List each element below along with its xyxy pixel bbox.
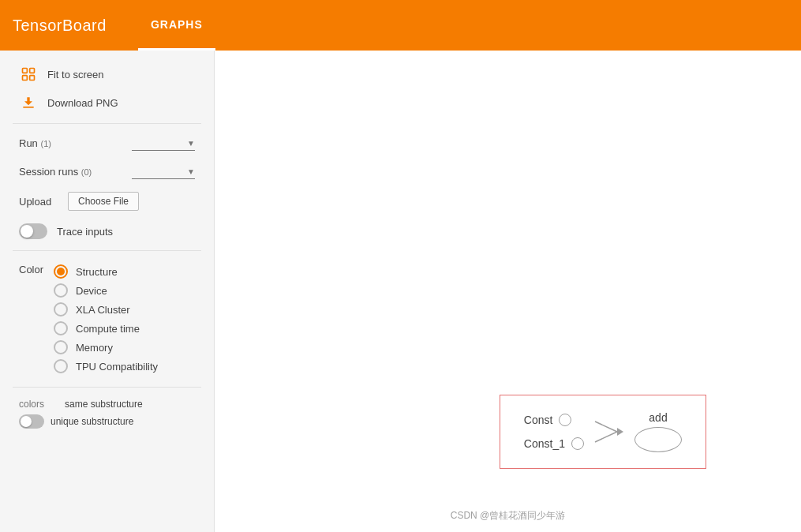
session-runs-field: Session runs (0) ▼	[13, 159, 201, 184]
radio-memory	[54, 340, 68, 354]
color-section: Color Structure Device XLA Cluster	[13, 257, 201, 380]
radio-inner-structure	[57, 268, 65, 275]
connector-svg	[593, 412, 625, 451]
run-select[interactable]	[132, 135, 195, 151]
color-memory-label: Memory	[76, 342, 113, 354]
download-icon	[19, 93, 38, 112]
radio-structure	[54, 264, 68, 279]
choose-file-button[interactable]: Choose File	[68, 192, 139, 211]
trace-inputs-toggle[interactable]	[19, 223, 47, 239]
unique-substructure-toggle[interactable]	[19, 414, 44, 429]
node1-circle	[559, 414, 571, 426]
color-options-list: Structure Device XLA Cluster Compute tim…	[54, 262, 158, 376]
color-option-tpu[interactable]: TPU Compatibility	[54, 357, 158, 376]
session-runs-count: (0)	[81, 167, 92, 177]
run-count: (1)	[40, 139, 51, 148]
app-title: TensorBoard	[13, 17, 107, 35]
color-xla-label: XLA Cluster	[76, 304, 130, 316]
run-select-wrapper[interactable]: ▼	[132, 135, 195, 151]
graph-nodes: Const Const_1 ad	[524, 411, 682, 452]
color-option-compute[interactable]: Compute time	[54, 319, 158, 338]
session-runs-label: Session runs	[19, 166, 78, 178]
trace-inputs-label: Trace inputs	[57, 226, 113, 238]
colors-label: colors	[19, 399, 58, 410]
svg-rect-1	[30, 69, 35, 73]
connector-area	[593, 412, 625, 451]
svg-line-5	[595, 421, 617, 432]
upload-label: Upload	[19, 196, 58, 208]
svg-rect-2	[23, 76, 28, 81]
add-ellipse	[634, 427, 682, 452]
divider-1	[13, 123, 201, 124]
node-labels: Const Const_1	[524, 414, 584, 450]
trace-inputs-row: Trace inputs	[13, 219, 201, 244]
download-png-row[interactable]: Download PNG	[13, 88, 201, 117]
fit-to-screen-label: Fit to screen	[47, 69, 104, 81]
node2-row: Const_1	[524, 437, 584, 450]
radio-tpu	[54, 359, 68, 373]
add-node: add	[634, 411, 682, 452]
nav-graphs[interactable]: GRAPHS	[138, 0, 215, 51]
main-canvas: Const Const_1 ad	[215, 51, 801, 532]
color-label: Color	[19, 264, 54, 275]
graph-container: Const Const_1 ad	[500, 395, 706, 469]
color-structure-label: Structure	[76, 266, 118, 278]
node1-label: Const	[524, 414, 553, 426]
color-tpu-label: TPU Compatibility	[76, 361, 158, 373]
fit-to-screen-row[interactable]: Fit to screen	[13, 60, 201, 88]
svg-rect-3	[30, 76, 35, 81]
session-runs-select[interactable]	[132, 163, 195, 179]
divider-3	[13, 387, 201, 388]
radio-device	[54, 283, 68, 298]
same-substructure-row: colors same substructure	[19, 399, 195, 410]
substructure-section: colors same substructure unique substruc…	[13, 394, 201, 438]
sidebar: Fit to screen Download PNG Run (1) ▼	[0, 51, 215, 532]
svg-rect-0	[23, 69, 28, 73]
node2-label: Const_1	[524, 437, 565, 450]
unique-substructure-label: unique substructure	[51, 416, 133, 427]
run-field: Run (1) ▼	[13, 130, 201, 155]
upload-row: Upload Choose File	[13, 187, 201, 215]
fit-to-screen-icon	[19, 65, 38, 84]
radio-compute	[54, 321, 68, 335]
same-substructure-label: same substructure	[65, 399, 143, 410]
toggle-knob	[21, 225, 33, 238]
small-toggle-knob	[21, 416, 32, 427]
node2-circle	[571, 437, 584, 450]
download-png-label: Download PNG	[47, 97, 118, 109]
svg-marker-7	[617, 428, 623, 436]
color-compute-label: Compute time	[76, 323, 140, 335]
color-device-label: Device	[76, 285, 107, 297]
watermark: CSDN @曾桂花酒同少年游	[451, 509, 566, 523]
divider-2	[13, 250, 201, 251]
color-option-structure[interactable]: Structure	[54, 262, 158, 281]
svg-line-6	[595, 432, 617, 442]
color-option-device[interactable]: Device	[54, 281, 158, 300]
color-option-memory[interactable]: Memory	[54, 338, 158, 357]
run-label: Run	[19, 137, 38, 149]
radio-xla	[54, 302, 68, 317]
node1-row: Const	[524, 414, 584, 426]
color-option-xla[interactable]: XLA Cluster	[54, 300, 158, 319]
session-runs-select-wrapper[interactable]: ▼	[132, 163, 195, 179]
svg-rect-4	[23, 107, 33, 108]
header: TensorBoard GRAPHS	[0, 0, 801, 51]
unique-substructure-row: unique substructure	[19, 414, 195, 429]
add-label: add	[649, 411, 667, 424]
